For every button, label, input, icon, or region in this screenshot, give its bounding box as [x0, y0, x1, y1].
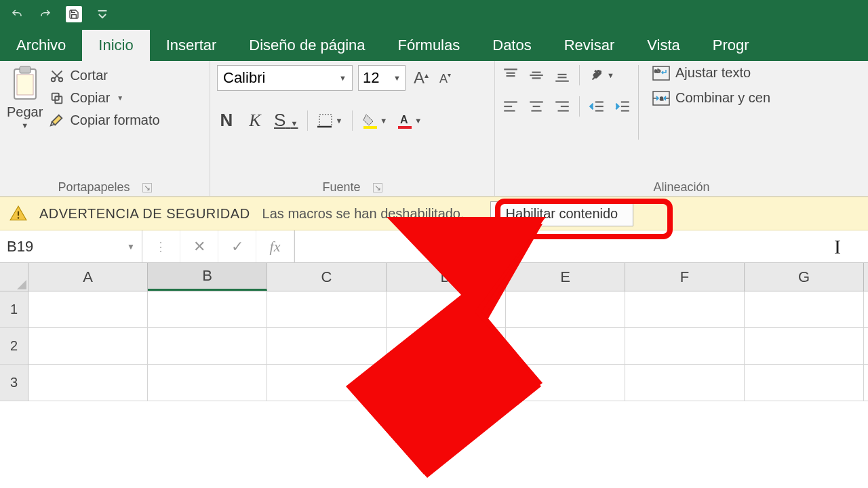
wrap-text-button[interactable]: ab Ajustar texto [652, 65, 770, 81]
cut-button[interactable]: Cortar [50, 68, 159, 83]
copy-button[interactable]: Copiar ▼ [50, 90, 159, 106]
cell[interactable] [506, 291, 625, 327]
cell[interactable] [745, 291, 864, 327]
paste-button[interactable]: Pegar ▼ [7, 65, 43, 129]
col-header-A[interactable]: A [28, 263, 148, 291]
svg-rect-2 [20, 66, 31, 73]
cell[interactable] [28, 365, 148, 401]
format-painter-button[interactable]: Copiar formato [50, 113, 159, 128]
name-box-dropdown-icon[interactable]: ▼ [127, 242, 135, 251]
name-box[interactable]: B19 ▼ [0, 230, 142, 262]
enable-content-button[interactable]: Habilitar contenido [490, 201, 634, 226]
clipboard-dialog-launcher[interactable]: ↘ [142, 183, 152, 192]
increase-indent-button[interactable] [614, 98, 631, 115]
bold-button[interactable]: N [217, 110, 236, 131]
align-bottom-button[interactable] [553, 66, 571, 84]
decrease-indent-button[interactable] [588, 98, 606, 115]
font-name-combo[interactable]: Calibri ▼ [217, 65, 353, 91]
cell[interactable] [506, 365, 625, 401]
cell[interactable] [267, 328, 387, 364]
font-color-button[interactable]: A ▼ [397, 113, 422, 129]
col-header-B[interactable]: B [148, 263, 267, 291]
cell[interactable] [28, 291, 148, 327]
quick-access-toolbar [0, 0, 868, 28]
col-header-G[interactable]: G [745, 263, 864, 291]
cell[interactable] [625, 328, 745, 364]
cell[interactable] [625, 291, 745, 327]
font-name-value: Calibri [223, 69, 265, 87]
cell[interactable] [148, 365, 267, 401]
col-header-C[interactable]: C [267, 263, 387, 291]
name-box-value: B19 [7, 238, 33, 256]
merge-center-button[interactable]: a Combinar y cen [652, 90, 770, 106]
insert-function-button[interactable]: fx [256, 230, 294, 262]
paste-dropdown-icon[interactable]: ▼ [21, 121, 28, 129]
cell[interactable] [506, 328, 625, 364]
tab-revisar[interactable]: Revisar [548, 30, 631, 61]
cell[interactable] [387, 291, 506, 327]
cancel-formula-button[interactable]: ✕ [180, 230, 218, 262]
separator [307, 110, 308, 131]
align-center-button[interactable] [528, 98, 545, 115]
format-painter-label: Copiar formato [70, 113, 159, 128]
group-portapapeles-label: Portapapeles [58, 180, 130, 195]
col-header-E[interactable]: E [506, 263, 625, 291]
underline-button[interactable]: S ▼ [274, 110, 298, 131]
cell[interactable] [625, 365, 745, 401]
cell[interactable] [745, 365, 864, 401]
align-top-button[interactable] [502, 66, 519, 84]
group-alineacion: ab ▼ ab Ajustar texto [495, 61, 868, 196]
cell[interactable] [267, 365, 387, 401]
formula-bar-expand[interactable]: ⋮ [142, 230, 180, 262]
security-warning-bar: ADVERTENCIA DE SEGURIDAD Las macros se h… [0, 197, 868, 230]
row-header-3[interactable]: 3 [0, 365, 28, 401]
tab-archivo[interactable]: Archivo [0, 30, 82, 61]
separator [579, 96, 580, 117]
undo-button[interactable] [7, 4, 27, 24]
tab-programador[interactable]: Progr [696, 30, 766, 61]
row-header-1[interactable]: 1 [0, 291, 28, 328]
save-button[interactable] [64, 4, 84, 24]
cell[interactable] [148, 291, 267, 327]
cell[interactable] [148, 328, 267, 364]
font-size-combo[interactable]: 12 ▼ [358, 65, 406, 91]
align-left-button[interactable] [502, 98, 519, 115]
align-right-button[interactable] [553, 98, 571, 115]
col-header-F[interactable]: F [625, 263, 745, 291]
cell[interactable] [267, 291, 387, 327]
align-middle-button[interactable] [528, 66, 545, 84]
svg-text:ab: ab [591, 68, 602, 79]
cell[interactable] [387, 365, 506, 401]
font-size-dropdown-icon[interactable]: ▼ [393, 74, 401, 82]
font-name-dropdown-icon[interactable]: ▼ [339, 74, 347, 82]
fill-color-button[interactable]: ▼ [362, 113, 387, 129]
customize-qat-button[interactable] [92, 4, 113, 24]
tab-datos[interactable]: Datos [476, 30, 547, 61]
ribbon: Pegar ▼ Cortar Copiar ▼ Copiar formato [0, 61, 868, 197]
row-header-2[interactable]: 2 [0, 328, 28, 365]
tab-inicio[interactable]: Inicio [82, 30, 149, 61]
formula-input[interactable]: I [295, 230, 868, 262]
tab-formulas[interactable]: Fórmulas [382, 30, 477, 61]
cell[interactable] [28, 328, 148, 364]
shrink-font-button[interactable]: A▾ [437, 69, 454, 87]
tab-diseno[interactable]: Diseño de página [233, 30, 381, 61]
cell[interactable] [745, 328, 864, 364]
copy-dropdown-icon[interactable]: ▼ [117, 94, 123, 102]
svg-text:A: A [400, 114, 408, 125]
enter-formula-button[interactable]: ✓ [218, 230, 256, 262]
cell[interactable] [387, 328, 506, 364]
tab-insertar[interactable]: Insertar [150, 30, 233, 61]
redo-button[interactable] [35, 4, 56, 24]
select-all-corner[interactable] [0, 263, 28, 291]
italic-button[interactable]: K [245, 110, 264, 131]
orientation-button[interactable]: ab ▼ [588, 66, 614, 84]
font-size-value: 12 [363, 69, 379, 87]
grow-font-button[interactable]: A▴ [411, 68, 431, 87]
group-portapapeles: Pegar ▼ Cortar Copiar ▼ Copiar formato [0, 61, 210, 196]
tab-vista[interactable]: Vista [631, 30, 696, 61]
font-dialog-launcher[interactable]: ↘ [373, 183, 382, 192]
col-header-D[interactable]: D [387, 263, 506, 291]
text-cursor-icon: I [834, 235, 841, 258]
borders-button[interactable]: ▼ [317, 113, 342, 129]
